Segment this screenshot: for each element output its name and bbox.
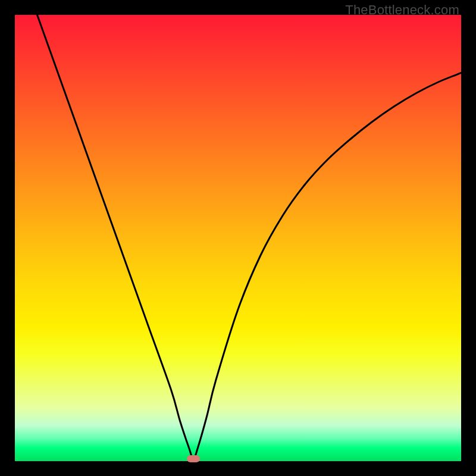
bottleneck-curve [15, 15, 461, 461]
watermark-text: TheBottleneck.com [345, 2, 459, 18]
chart-plot-area [15, 15, 461, 461]
optimal-point-marker [187, 455, 200, 462]
